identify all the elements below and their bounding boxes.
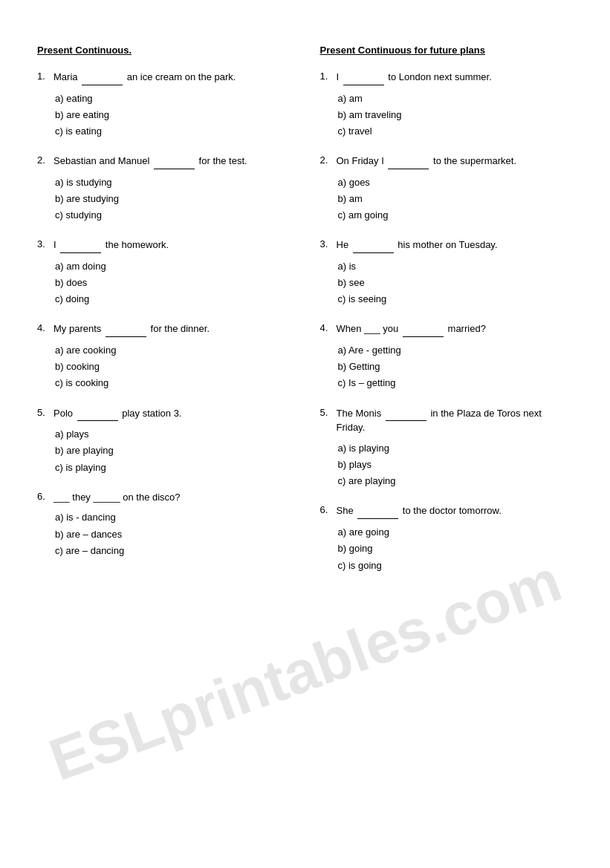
option-item: c) are – dancing	[55, 543, 291, 559]
question-item: 6.___ they _____ on the disco?a) is - da…	[37, 491, 291, 559]
option-item: c) Is – getting	[338, 375, 574, 391]
right-column: Present Continuous for future plans 1.I …	[320, 45, 574, 589]
question-body: The Monis in the Plaza de Toros next Fri…	[337, 407, 574, 436]
answer-blank	[82, 71, 123, 85]
question-body: I the homework.	[53, 238, 291, 253]
answer-blank	[357, 504, 398, 519]
question-body: ___ they _____ on the disco?	[53, 491, 291, 505]
option-item: a) are going	[338, 524, 574, 541]
option-item: c) is going	[338, 558, 574, 574]
question-body: Sebastian and Manuel for the test.	[53, 154, 291, 169]
answer-blank	[388, 154, 429, 169]
option-item: c) am going	[338, 207, 574, 223]
answer-blank	[386, 407, 426, 422]
options-list: a) playsb) are playingc) is playing	[37, 426, 291, 475]
option-item: c) doing	[55, 291, 291, 307]
question-item: 2.Sebastian and Manuel for the test.a) i…	[37, 154, 291, 223]
option-item: a) is studying	[55, 174, 291, 191]
option-item: a) are cooking	[55, 342, 291, 359]
answer-blank	[403, 322, 444, 337]
options-list: a) is studyingb) are studyingc) studying	[37, 174, 291, 223]
options-list: a) is - dancingb) are – dancesc) are – d…	[37, 509, 291, 558]
option-item: c) is playing	[55, 460, 291, 476]
option-item: c) are playing	[338, 473, 574, 489]
question-body: On Friday I to the supermarket.	[337, 154, 574, 169]
option-item: a) is	[338, 258, 574, 275]
option-item: a) eating	[55, 91, 291, 107]
options-list: a) goesb) amc) am going	[320, 174, 574, 223]
answer-blank	[60, 238, 101, 253]
question-item: 1.Maria an ice cream on the park.a) eati…	[37, 71, 291, 140]
option-item: c) is eating	[55, 123, 291, 140]
answer-blank	[77, 407, 118, 422]
options-list: a) amb) am travelingc) travel	[320, 91, 574, 140]
question-number: 6.	[320, 504, 337, 515]
question-body: Polo play station 3.	[53, 407, 291, 422]
question-item: 5.Polo play station 3.a) playsb) are pla…	[37, 407, 291, 476]
right-title: Present Continuous for future plans	[320, 45, 574, 56]
option-item: c) is seeing	[338, 291, 574, 307]
option-item: b) going	[338, 541, 574, 557]
option-item: b) does	[55, 275, 291, 291]
left-title: Present Continuous.	[37, 45, 291, 56]
worksheet-page: Present Continuous. 1.Maria an ice cream…	[0, 0, 610, 868]
options-list: a) Are - gettingb) Gettingc) Is – gettin…	[320, 342, 574, 391]
option-item: c) is cooking	[55, 375, 291, 391]
question-number: 4.	[320, 322, 337, 333]
question-number: 2.	[320, 154, 337, 166]
question-body: Maria an ice cream on the park.	[53, 71, 291, 85]
answer-blank	[106, 322, 146, 337]
options-list: a) is playingb) playsc) are playing	[320, 440, 574, 489]
question-item: 3.I the homework.a) am doingb) doesc) do…	[37, 238, 291, 307]
question-body: I to London next summer.	[337, 71, 574, 85]
option-item: b) see	[338, 275, 574, 291]
option-item: a) is playing	[338, 440, 574, 457]
options-list: a) are cookingb) cookingc) is cooking	[37, 342, 291, 391]
option-item: a) am doing	[55, 258, 291, 275]
option-item: a) am	[338, 91, 574, 107]
option-item: b) am traveling	[338, 107, 574, 123]
question-item: 2.On Friday I to the supermarket.a) goes…	[320, 154, 574, 223]
option-item: b) cooking	[55, 359, 291, 375]
question-item: 3.He his mother on Tuesday.a) isb) seec)…	[320, 238, 574, 307]
option-item: b) are eating	[55, 107, 291, 123]
main-columns: Present Continuous. 1.Maria an ice cream…	[37, 45, 573, 589]
options-list: a) am doingb) doesc) doing	[37, 258, 291, 307]
question-number: 3.	[320, 238, 337, 249]
option-item: a) Are - getting	[338, 342, 574, 359]
option-item: a) goes	[338, 174, 574, 191]
question-number: 1.	[37, 71, 53, 82]
answer-blank	[343, 71, 384, 85]
question-body: My parents for the dinner.	[53, 322, 291, 337]
question-number: 6.	[37, 491, 53, 502]
question-number: 5.	[37, 407, 53, 418]
question-number: 2.	[37, 154, 53, 166]
option-item: b) are studying	[55, 191, 291, 207]
left-questions: 1.Maria an ice cream on the park.a) eati…	[37, 71, 291, 559]
option-item: b) plays	[338, 457, 574, 473]
option-item: b) Getting	[338, 359, 574, 375]
option-item: b) are – dances	[55, 526, 291, 543]
question-number: 4.	[37, 322, 53, 333]
question-body: When ___ you married?	[337, 322, 574, 337]
options-list: a) are goingb) goingc) is going	[320, 524, 574, 573]
option-item: c) travel	[338, 123, 574, 140]
answer-blank	[154, 154, 195, 169]
options-list: a) isb) seec) is seeing	[320, 258, 574, 307]
question-body: She to the doctor tomorrow.	[337, 504, 574, 519]
options-list: a) eatingb) are eatingc) is eating	[37, 91, 291, 140]
question-item: 1.I to London next summer.a) amb) am tra…	[320, 71, 574, 140]
option-item: a) is - dancing	[55, 509, 291, 526]
question-number: 5.	[320, 407, 337, 418]
right-questions: 1.I to London next summer.a) amb) am tra…	[320, 71, 574, 574]
option-item: a) plays	[55, 426, 291, 443]
option-item: c) studying	[55, 207, 291, 223]
question-body: He his mother on Tuesday.	[337, 238, 574, 253]
question-item: 5.The Monis in the Plaza de Toros next F…	[320, 407, 574, 490]
question-item: 4.When ___ you married?a) Are - gettingb…	[320, 322, 574, 391]
question-item: 4.My parents for the dinner.a) are cooki…	[37, 322, 291, 391]
left-column: Present Continuous. 1.Maria an ice cream…	[37, 45, 291, 589]
question-number: 1.	[320, 71, 337, 82]
answer-blank	[353, 238, 394, 253]
option-item: b) are playing	[55, 443, 291, 459]
